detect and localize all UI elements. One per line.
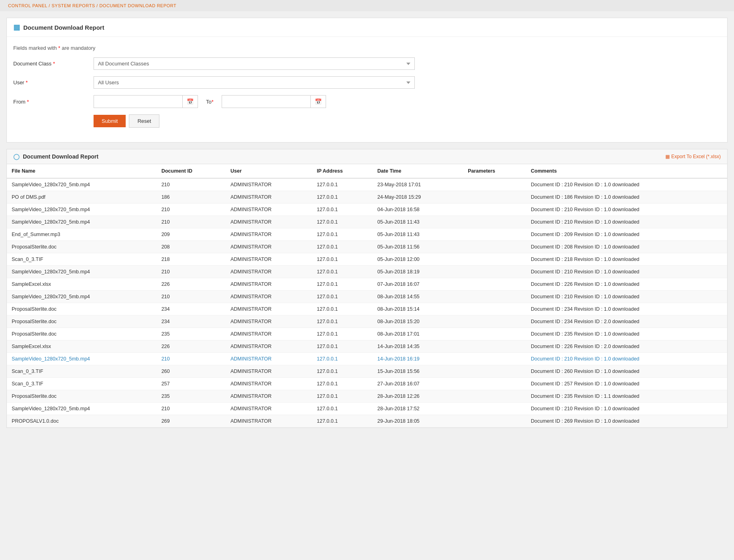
breadcrumb: CONTROL PANEL / SYSTEM REPORTS / DOCUMEN… (0, 0, 734, 11)
table-cell: Document ID : 257 Revision ID : 1.0 down… (526, 378, 727, 390)
table-cell: 234 (157, 316, 226, 328)
report-table: File Name Document ID User IP Address Da… (7, 164, 727, 428)
table-cell: ProposalSterlite.doc (7, 303, 157, 316)
col-datetime: Date Time (373, 164, 463, 178)
table-cell: 14-Jun-2018 16:19 (373, 353, 463, 365)
table-cell: 28-Jun-2018 17:52 (373, 403, 463, 415)
table-row: SampleVideo_1280x720_5mb.mp4210ADMINISTR… (7, 403, 727, 415)
table-cell: 08-Jun-2018 14:55 (373, 291, 463, 303)
table-row: ProposalSterlite.doc235ADMINISTRATOR127.… (7, 328, 727, 340)
table-cell: PROPOSALV1.0.doc (7, 415, 157, 428)
table-cell: ADMINISTRATOR (226, 241, 312, 253)
table-cell: 127.0.0.1 (312, 216, 373, 228)
table-cell: 260 (157, 365, 226, 378)
reset-button[interactable]: Reset (129, 114, 159, 128)
table-cell: ADMINISTRATOR (226, 365, 312, 378)
table-cell: PO of DMS.pdf (7, 191, 157, 204)
table-cell: 29-Jun-2018 18:05 (373, 415, 463, 428)
table-cell (463, 278, 526, 291)
excel-icon: ▦ (665, 154, 670, 159)
table-cell: 127.0.0.1 (312, 291, 373, 303)
table-cell: 08-Jun-2018 15:20 (373, 316, 463, 328)
table-cell: 04-Jun-2018 16:58 (373, 204, 463, 216)
table-row: Scan_0_3.TIF218ADMINISTRATOR127.0.0.105-… (7, 253, 727, 266)
table-cell: 08-Jun-2018 15:14 (373, 303, 463, 316)
table-cell: SampleVideo_1280x720_5mb.mp4 (7, 216, 157, 228)
table-cell: 127.0.0.1 (312, 191, 373, 204)
table-cell: SampleVideo_1280x720_5mb.mp4 (7, 353, 157, 365)
table-cell: ProposalSterlite.doc (7, 328, 157, 340)
table-cell: 127.0.0.1 (312, 278, 373, 291)
table-cell: Document ID : 234 Revision ID : 2.0 down… (526, 316, 727, 328)
table-row: ProposalSterlite.doc208ADMINISTRATOR127.… (7, 241, 727, 253)
col-ip: IP Address (312, 164, 373, 178)
user-select[interactable]: All Users (94, 76, 415, 89)
table-cell: 23-May-2018 17:01 (373, 178, 463, 191)
form-panel-title: Document Download Report (23, 24, 104, 31)
report-panel-title: ◯ Document Download Report (13, 153, 98, 160)
table-cell: 27-Jun-2018 16:07 (373, 378, 463, 390)
breadcrumb-item-1[interactable]: CONTROL PANEL (8, 3, 47, 8)
table-cell: 05-Jun-2018 18:19 (373, 266, 463, 278)
table-cell: Scan_0_3.TIF (7, 253, 157, 266)
table-row: ProposalSterlite.doc234ADMINISTRATOR127.… (7, 303, 727, 316)
table-cell: ADMINISTRATOR (226, 316, 312, 328)
table-cell: Document ID : 210 Revision ID : 1.0 down… (526, 266, 727, 278)
table-row: End_of_Summer.mp3209ADMINISTRATOR127.0.0… (7, 228, 727, 241)
from-calendar-icon[interactable]: 📅 (182, 96, 198, 108)
table-header: File Name Document ID User IP Address Da… (7, 164, 727, 178)
table-cell: 127.0.0.1 (312, 328, 373, 340)
table-cell: 127.0.0.1 (312, 378, 373, 390)
breadcrumb-item-3: DOCUMENT DOWNLOAD REPORT (99, 3, 176, 8)
table-row: Scan_0_3.TIF257ADMINISTRATOR127.0.0.127-… (7, 378, 727, 390)
table-cell: 127.0.0.1 (312, 241, 373, 253)
table-cell: 210 (157, 216, 226, 228)
report-panel-header: ◯ Document Download Report ▦ Export To E… (7, 149, 727, 164)
table-cell: 186 (157, 191, 226, 204)
table-row: Scan_0_3.TIF260ADMINISTRATOR127.0.0.115-… (7, 365, 727, 378)
submit-button[interactable]: Submit (94, 115, 126, 127)
table-cell: 127.0.0.1 (312, 365, 373, 378)
form-panel: ▩ Document Download Report Fields marked… (6, 18, 728, 143)
table-cell (463, 291, 526, 303)
table-cell (463, 266, 526, 278)
table-cell: SampleVideo_1280x720_5mb.mp4 (7, 403, 157, 415)
table-cell: Document ID : 234 Revision ID : 1.0 down… (526, 303, 727, 316)
table-cell: Document ID : 186 Revision ID : 1.0 down… (526, 191, 727, 204)
table-cell: 15-Jun-2018 15:56 (373, 365, 463, 378)
to-calendar-icon[interactable]: 📅 (310, 96, 326, 108)
col-user: User (226, 164, 312, 178)
table-cell: 127.0.0.1 (312, 178, 373, 191)
table-cell: SampleVideo_1280x720_5mb.mp4 (7, 266, 157, 278)
table-cell: ADMINISTRATOR (226, 328, 312, 340)
table-cell: 218 (157, 253, 226, 266)
document-class-select[interactable]: All Document Classes (94, 57, 415, 70)
export-link[interactable]: ▦ Export To Excel (*.xlsx) (665, 154, 721, 159)
from-date-input[interactable]: 01-Jan-2018 00:00 (94, 96, 182, 108)
table-cell: 210 (157, 204, 226, 216)
table-body: SampleVideo_1280x720_5mb.mp4210ADMINISTR… (7, 178, 727, 428)
table-cell: 234 (157, 303, 226, 316)
table-cell: ADMINISTRATOR (226, 390, 312, 403)
table-cell: 127.0.0.1 (312, 390, 373, 403)
table-cell: ADMINISTRATOR (226, 253, 312, 266)
table-cell: 127.0.0.1 (312, 415, 373, 428)
table-cell: Document ID : 210 Revision ID : 1.0 down… (526, 353, 727, 365)
table-cell: Document ID : 260 Revision ID : 1.0 down… (526, 365, 727, 378)
table-cell: Document ID : 208 Revision ID : 1.0 down… (526, 241, 727, 253)
table-cell (463, 216, 526, 228)
table-cell: SampleExcel.xlsx (7, 340, 157, 353)
form-panel-header: ▩ Document Download Report (7, 18, 727, 37)
table-cell: 226 (157, 278, 226, 291)
table-row: PO of DMS.pdf186ADMINISTRATOR127.0.0.124… (7, 191, 727, 204)
table-cell: 127.0.0.1 (312, 204, 373, 216)
to-date-wrap: 03-Jul-2018 15:41 📅 (222, 95, 326, 108)
table-cell: 05-Jun-2018 11:43 (373, 228, 463, 241)
table-cell: Document ID : 235 Revision ID : 1.0 down… (526, 328, 727, 340)
table-cell: 235 (157, 390, 226, 403)
table-cell: 269 (157, 415, 226, 428)
to-date-input[interactable]: 03-Jul-2018 15:41 (222, 96, 310, 108)
breadcrumb-item-2[interactable]: SYSTEM REPORTS (51, 3, 95, 8)
table-cell: ADMINISTRATOR (226, 403, 312, 415)
table-cell: 127.0.0.1 (312, 316, 373, 328)
